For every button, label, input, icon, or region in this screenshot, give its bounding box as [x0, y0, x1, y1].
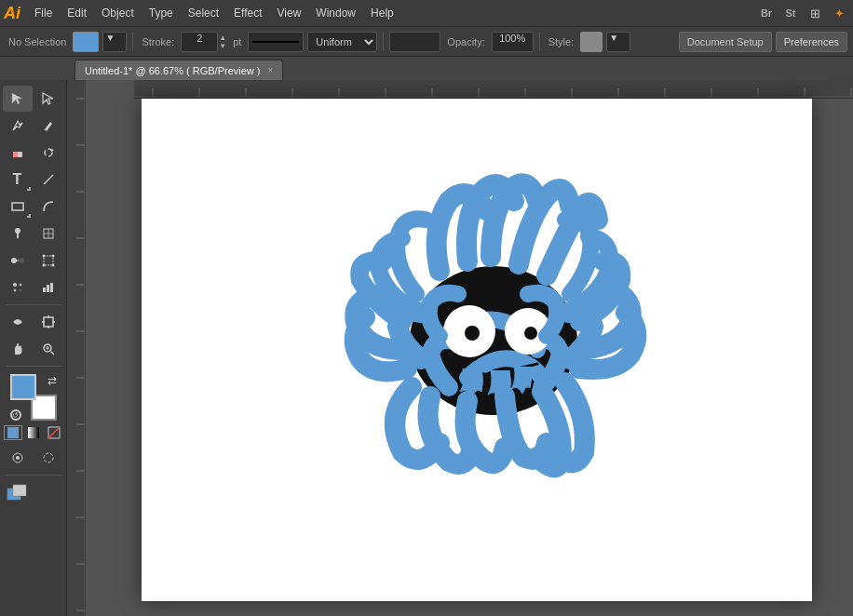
document-setup-button[interactable]: Document Setup	[679, 32, 772, 52]
pencil-tool[interactable]	[34, 113, 63, 139]
svg-rect-34	[28, 427, 39, 438]
tool-row-2	[3, 113, 64, 139]
svg-point-18	[19, 284, 21, 287]
stroke-arrows[interactable]: ▲▼	[219, 33, 226, 50]
type-sub-indicator	[27, 187, 31, 191]
warp-tool[interactable]	[3, 309, 33, 335]
document-tab[interactable]: Untitled-1* @ 66.67% ( RGB/Preview ) ×	[74, 60, 283, 80]
tool-separator-2	[6, 366, 61, 367]
style-box[interactable]	[580, 32, 603, 52]
tool-row-warp	[3, 309, 64, 335]
style-select[interactable]: ▼	[606, 32, 630, 52]
menu-type[interactable]: Type	[142, 5, 180, 21]
opacity-value[interactable]: 100%	[492, 32, 534, 52]
menu-effect[interactable]: Effect	[227, 5, 268, 21]
line-tool[interactable]	[34, 167, 63, 193]
preferences-button[interactable]: Preferences	[776, 32, 847, 52]
selection-label: No Selection	[6, 36, 69, 47]
artboard: .noodle { stroke: #5b9bd5; stroke-width:…	[142, 99, 812, 601]
menu-file[interactable]: File	[28, 5, 59, 21]
gradient-btn[interactable]	[24, 425, 43, 440]
menu-object[interactable]: Object	[95, 5, 141, 21]
artboard-tool[interactable]	[34, 309, 63, 335]
zoom-tool[interactable]	[34, 336, 63, 362]
solid-color-btn[interactable]	[4, 425, 22, 440]
bridge-icon[interactable]: Br	[756, 3, 777, 23]
eraser-tool[interactable]	[3, 140, 33, 166]
transform-tool[interactable]	[34, 248, 63, 274]
fill-swatch[interactable]	[10, 374, 36, 400]
svg-point-77	[524, 327, 537, 340]
svg-rect-1	[13, 152, 18, 157]
svg-rect-4	[12, 203, 23, 210]
tool-row-zoom	[3, 336, 64, 362]
stroke-spinner[interactable]: 2 ▲▼	[181, 32, 226, 52]
rect-sub-indicator	[27, 214, 31, 218]
tool-row-shapes	[3, 194, 64, 220]
svg-point-19	[13, 289, 16, 292]
app-icons: Br St ⊞ ✦	[756, 3, 849, 23]
rotate-tool[interactable]	[34, 140, 63, 166]
stroke-line	[252, 41, 299, 43]
stroke-type-select[interactable]: Uniform	[307, 32, 377, 52]
svg-point-16	[51, 264, 54, 267]
svg-point-9	[11, 258, 17, 263]
tab-close-button[interactable]: ×	[268, 65, 274, 75]
tool-separator-3	[6, 475, 61, 475]
symbolism-tool[interactable]	[3, 275, 33, 301]
main-area: T	[0, 80, 853, 616]
edit-patterns-btn[interactable]	[34, 445, 63, 471]
svg-line-36	[48, 427, 60, 438]
mesh-tool[interactable]	[34, 221, 63, 247]
menu-view[interactable]: View	[271, 5, 308, 21]
svg-point-13	[42, 255, 45, 258]
default-colors-button[interactable]: ↺	[10, 409, 21, 421]
grid-icon[interactable]: ⊞	[805, 3, 825, 23]
svg-point-2	[45, 149, 52, 156]
svg-rect-41	[13, 485, 26, 496]
hand-tool[interactable]	[3, 336, 33, 362]
rectangle-tool[interactable]	[3, 194, 33, 220]
tool-row-layers	[3, 479, 64, 505]
fill-type-select[interactable]: ▼	[102, 32, 127, 52]
paintbrush-tool[interactable]	[3, 221, 33, 247]
svg-point-38	[16, 456, 20, 460]
stroke-unit-label: pt	[230, 36, 244, 47]
pen-tool[interactable]	[3, 113, 33, 139]
svg-rect-23	[50, 283, 53, 292]
edit-colors-btn[interactable]	[3, 445, 33, 471]
swap-colors-button[interactable]: ⇄	[47, 374, 57, 387]
tool-row-blend	[3, 248, 64, 274]
none-btn[interactable]	[45, 425, 63, 440]
direct-selection-tool[interactable]	[34, 86, 63, 112]
svg-point-15	[42, 264, 45, 267]
spark-icon[interactable]: ✦	[829, 3, 849, 23]
menubar: Ai File Edit Object Type Select Effect V…	[0, 0, 853, 26]
svg-point-20	[20, 289, 21, 291]
arrange-btn[interactable]	[3, 479, 33, 505]
selection-tool[interactable]	[3, 86, 33, 112]
arc-tool[interactable]	[34, 194, 63, 220]
stock-icon[interactable]: St	[780, 3, 801, 23]
fill-color-box[interactable]	[73, 32, 99, 52]
tool-row-1	[3, 86, 64, 112]
menu-help[interactable]: Help	[364, 5, 400, 21]
svg-point-14	[51, 255, 54, 258]
menu-select[interactable]: Select	[182, 5, 225, 21]
svg-rect-12	[44, 256, 53, 265]
blend-tool[interactable]	[3, 248, 33, 274]
canvas-area[interactable]: .noodle { stroke: #5b9bd5; stroke-width:…	[67, 80, 853, 616]
artwork: .noodle { stroke: #5b9bd5; stroke-width:…	[328, 127, 663, 499]
graph-tool[interactable]	[34, 275, 63, 301]
svg-rect-21	[43, 288, 46, 292]
menu-edit[interactable]: Edit	[61, 5, 93, 21]
app-logo: Ai	[4, 4, 20, 23]
menu-window[interactable]: Window	[309, 5, 362, 21]
divider-1	[132, 33, 133, 51]
stroke-preview[interactable]	[248, 32, 304, 52]
opacity-field[interactable]	[389, 32, 440, 52]
stroke-value-input[interactable]: 2	[181, 32, 218, 52]
svg-point-76	[465, 326, 480, 341]
type-tool[interactable]: T	[3, 167, 33, 193]
svg-point-17	[13, 283, 17, 287]
